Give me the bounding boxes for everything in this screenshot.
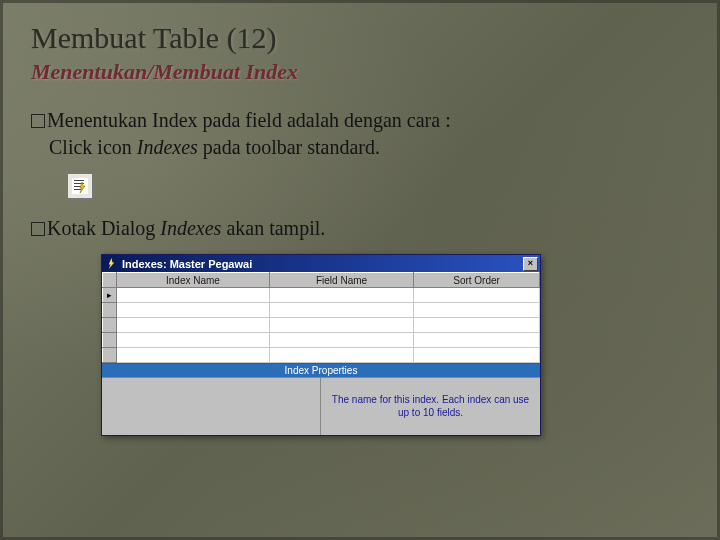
table-row xyxy=(103,318,540,333)
index-properties-panel: The name for this index. Each index can … xyxy=(102,377,540,435)
paragraph-1: Menentukan Index pada field adalah denga… xyxy=(31,107,689,161)
slide-subtitle: Menentukan/Membuat Index xyxy=(31,59,689,85)
table-row xyxy=(103,333,540,348)
dialog-titlebar[interactable]: Indexes: Master Pegawai × xyxy=(102,255,540,272)
paragraph-2: Kotak Dialog Indexes akan tampil. xyxy=(31,215,689,242)
lightning-icon xyxy=(105,257,118,270)
dialog-title: Indexes: Master Pegawai xyxy=(122,258,523,270)
grid-corner xyxy=(103,273,117,288)
table-row: ▸ xyxy=(103,288,540,303)
properties-list xyxy=(102,378,321,435)
slide-title: Membuat Table (12) xyxy=(31,21,689,55)
indexes-grid[interactable]: Index Name Field Name Sort Order ▸ xyxy=(102,272,540,363)
close-button[interactable]: × xyxy=(523,257,538,271)
col-index-name[interactable]: Index Name xyxy=(117,273,270,288)
lightning-index-icon xyxy=(71,177,89,195)
bullet-icon xyxy=(31,222,45,236)
table-row xyxy=(103,348,540,363)
row-selector-icon[interactable]: ▸ xyxy=(103,288,117,303)
indexes-dialog: Indexes: Master Pegawai × Index Name Fie… xyxy=(101,254,541,436)
index-properties-header: Index Properties xyxy=(102,363,540,377)
col-sort-order[interactable]: Sort Order xyxy=(414,273,540,288)
bullet-icon xyxy=(31,114,45,128)
table-row xyxy=(103,303,540,318)
col-field-name[interactable]: Field Name xyxy=(269,273,413,288)
indexes-toolbar-icon[interactable] xyxy=(67,173,93,199)
help-text: The name for this index. Each index can … xyxy=(321,378,540,435)
